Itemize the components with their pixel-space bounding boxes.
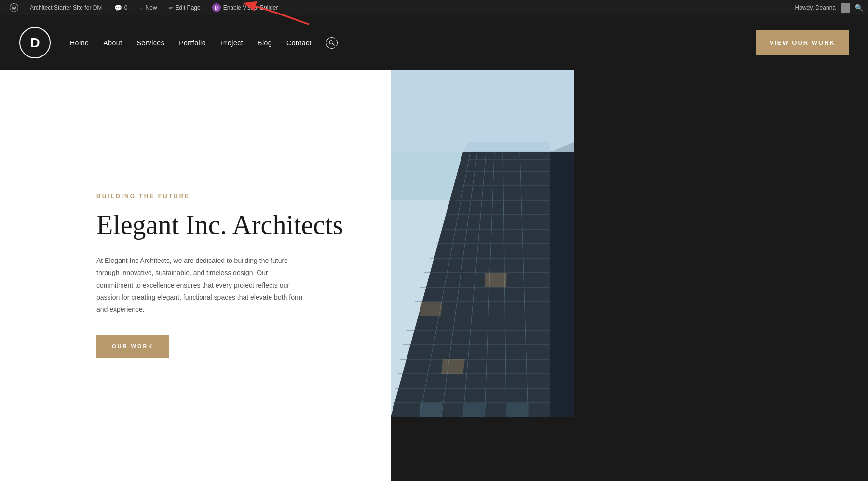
comments-item[interactable]: 💬 0 — [109, 0, 133, 15]
new-label: New — [146, 4, 157, 11]
hero-description: At Elegant Inc Architects, we are dedica… — [96, 255, 304, 316]
admin-bar-right: Howdy, Deanna 🔍 — [795, 3, 864, 13]
hero-left-panel: BUILDING THE FUTURE Elegant Inc. Archite… — [0, 70, 391, 481]
enable-visual-builder-label: Enable Visual Builder — [223, 4, 278, 11]
content-area: BUILDING THE FUTURE Elegant Inc. Archite… — [0, 70, 868, 481]
svg-marker-33 — [463, 403, 486, 417]
admin-bar: W Architect Starter Site for Divi 💬 0 + … — [0, 0, 868, 15]
nav-contact[interactable]: Contact — [286, 39, 312, 47]
svg-line-4 — [333, 43, 334, 45]
pencil-icon: ✏ — [169, 5, 173, 11]
wordpress-icon: W — [10, 3, 18, 12]
nav-blog[interactable]: Blog — [258, 39, 272, 47]
nav-about[interactable]: About — [103, 39, 122, 47]
svg-marker-38 — [420, 302, 442, 316]
new-item[interactable]: + New — [134, 0, 162, 15]
nav-services[interactable]: Services — [136, 39, 164, 47]
svg-rect-40 — [391, 70, 574, 152]
svg-marker-8 — [550, 142, 574, 417]
comments-count: 0 — [124, 4, 128, 11]
edit-page-item[interactable]: ✏ Edit Page — [164, 0, 205, 15]
site-name-item[interactable]: Architect Starter Site for Divi — [25, 0, 108, 15]
enable-visual-builder-item[interactable]: D Enable Visual Builder — [207, 0, 283, 15]
admin-bar-left: W Architect Starter Site for Divi 💬 0 + … — [5, 0, 795, 15]
site-nav: Home About Services Portfolio Project Bl… — [70, 37, 756, 49]
building-image — [391, 70, 574, 417]
nav-home[interactable]: Home — [70, 39, 89, 47]
hero-right-panel — [391, 70, 868, 481]
site-wrapper: D Home About Services Portfolio Project … — [0, 15, 868, 481]
our-work-button[interactable]: OUR WORK — [96, 335, 169, 358]
hero-title: Elegant Inc. Architects — [96, 209, 352, 240]
nav-project[interactable]: Project — [220, 39, 243, 47]
site-logo[interactable]: D — [19, 27, 51, 58]
svg-text:W: W — [12, 5, 17, 11]
svg-marker-34 — [420, 403, 442, 417]
svg-marker-35 — [506, 403, 529, 417]
svg-marker-41 — [463, 142, 550, 152]
howdy-label: Howdy, Deanna — [795, 4, 836, 11]
search-icon[interactable]: 🔍 — [855, 4, 863, 12]
divi-icon: D — [212, 3, 221, 12]
plus-icon: + — [139, 4, 143, 12]
comment-icon: 💬 — [114, 4, 122, 12]
user-avatar[interactable] — [841, 3, 850, 13]
svg-marker-36 — [441, 359, 465, 374]
edit-page-label: Edit Page — [176, 4, 201, 11]
wp-logo-item[interactable]: W — [5, 0, 23, 15]
search-icon[interactable] — [326, 37, 338, 49]
site-header: D Home About Services Portfolio Project … — [0, 15, 868, 70]
view-our-work-button[interactable]: VIEW OUR WORK — [756, 30, 849, 55]
nav-portfolio[interactable]: Portfolio — [179, 39, 206, 47]
hero-subtitle: BUILDING THE FUTURE — [96, 193, 352, 200]
svg-marker-37 — [485, 273, 507, 287]
site-name-label: Architect Starter Site for Divi — [30, 4, 103, 11]
